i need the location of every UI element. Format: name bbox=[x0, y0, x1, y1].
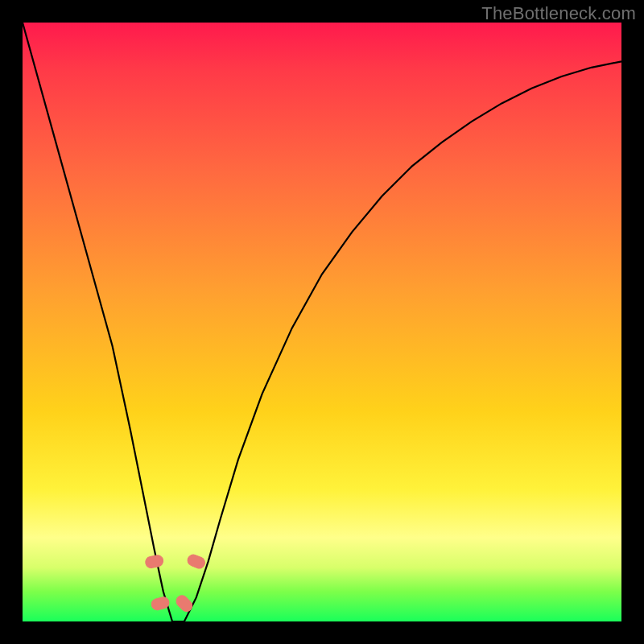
curve-marker bbox=[151, 596, 171, 611]
curve-layer bbox=[23, 23, 621, 621]
plot-area bbox=[23, 23, 621, 621]
curve-marker bbox=[174, 593, 194, 613]
curve-markers bbox=[145, 553, 207, 613]
curve-marker bbox=[145, 555, 164, 569]
watermark-text: TheBottleneck.com bbox=[481, 3, 636, 24]
bottleneck-curve bbox=[23, 23, 621, 621]
chart-frame: TheBottleneck.com bbox=[0, 0, 644, 644]
curve-marker bbox=[186, 553, 207, 570]
